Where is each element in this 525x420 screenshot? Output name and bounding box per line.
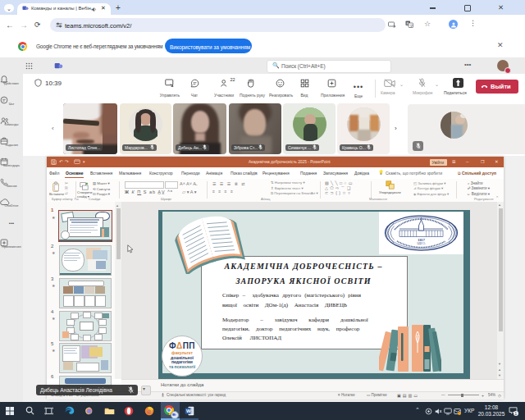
svg-text:ОДЕСА: ОДЕСА [418,242,427,245]
svg-text:1817: 1817 [418,238,425,242]
svg-text:W: W [186,409,191,413]
svg-text:文: 文 [409,24,413,28]
